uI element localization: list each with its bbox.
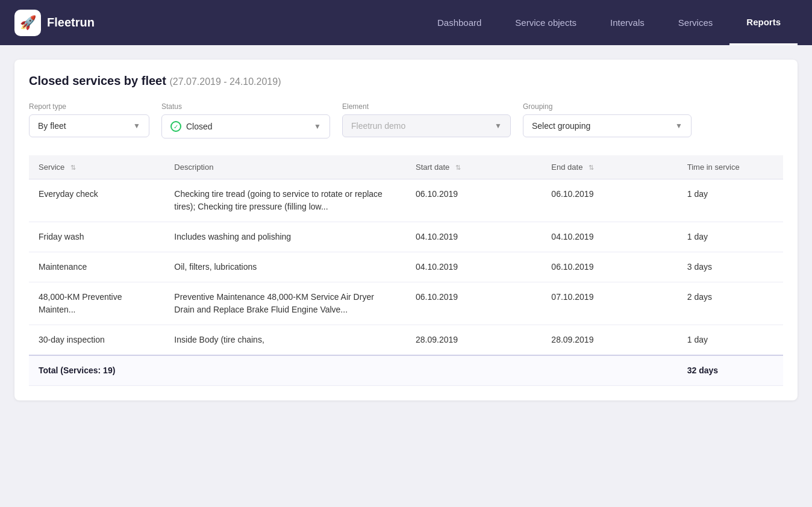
report-type-chevron-icon: ▼ — [133, 122, 140, 130]
nav-dashboard[interactable]: Dashboard — [420, 0, 498, 45]
page-title-text: Closed services by fleet — [29, 74, 166, 87]
cell-startdate: 06.10.2019 — [406, 282, 542, 325]
page-title-date: (27.07.2019 - 24.10.2019) — [169, 76, 281, 87]
cell-time: 3 days — [678, 252, 783, 282]
total-label: Total (Services: 19) — [29, 355, 678, 386]
nav-services[interactable]: Services — [661, 0, 730, 45]
logo-emoji: 🚀 — [20, 15, 36, 31]
startdate-sort-icon[interactable]: ⇅ — [455, 164, 461, 172]
grouping-value: Select grouping — [532, 121, 590, 131]
cell-service: Friday wash — [29, 222, 164, 252]
element-filter: Element Fleetrun demo ▼ — [342, 102, 511, 138]
report-type-filter: Report type By fleet ▼ — [29, 102, 149, 138]
app-name: Fleetrun — [47, 16, 95, 30]
element-select[interactable]: Fleetrun demo ▼ — [342, 114, 511, 137]
col-header-startdate: Start date ⇅ — [406, 155, 542, 179]
grouping-filter: Grouping Select grouping ▼ — [523, 102, 692, 138]
logo: 🚀 Fleetrun — [14, 10, 95, 36]
status-select[interactable]: ✓ Closed ▼ — [161, 114, 330, 138]
cell-description: Checking tire tread (going to service to… — [164, 179, 406, 222]
cell-time: 1 day — [678, 222, 783, 252]
enddate-sort-icon[interactable]: ⇅ — [589, 164, 594, 172]
cell-service: 30-day inspection — [29, 325, 164, 356]
status-filter: Status ✓ Closed ▼ — [161, 102, 330, 138]
header: 🚀 Fleetrun Dashboard Service objects Int… — [0, 0, 812, 45]
nav-reports[interactable]: Reports — [729, 0, 798, 45]
cell-startdate: 28.09.2019 — [406, 325, 542, 356]
services-table: Service ⇅ Description Start date ⇅ End d… — [29, 155, 783, 386]
main-nav: Dashboard Service objects Intervals Serv… — [420, 0, 798, 45]
table-row: Everyday check Checking tire tread (goin… — [29, 179, 783, 222]
cell-service: Everyday check — [29, 179, 164, 222]
cell-enddate: 28.09.2019 — [542, 325, 677, 356]
page-title: Closed services by fleet (27.07.2019 - 2… — [29, 74, 783, 88]
table-row: 30-day inspection Inside Body (tire chai… — [29, 325, 783, 356]
cell-description: Inside Body (tire chains, — [164, 325, 406, 356]
nav-service-objects[interactable]: Service objects — [498, 0, 593, 45]
grouping-chevron-icon: ▼ — [675, 122, 682, 130]
col-header-service: Service ⇅ — [29, 155, 164, 179]
cell-time: 2 days — [678, 282, 783, 325]
cell-service: Maintenance — [29, 252, 164, 282]
report-type-select[interactable]: By fleet ▼ — [29, 114, 149, 137]
element-chevron-icon: ▼ — [495, 122, 502, 130]
col-header-description: Description — [164, 155, 406, 179]
grouping-select[interactable]: Select grouping ▼ — [523, 114, 692, 137]
logo-icon: 🚀 — [14, 10, 41, 36]
cell-enddate: 04.10.2019 — [542, 222, 677, 252]
status-label: Status — [161, 102, 330, 111]
report-type-value: By fleet — [38, 121, 66, 131]
filters-row: Report type By fleet ▼ Status ✓ Closed ▼… — [29, 102, 783, 138]
report-card: Closed services by fleet (27.07.2019 - 2… — [14, 60, 798, 400]
cell-enddate: 06.10.2019 — [542, 179, 677, 222]
total-time: 32 days — [678, 355, 783, 386]
table-header-row: Service ⇅ Description Start date ⇅ End d… — [29, 155, 783, 179]
col-header-time: Time in service — [678, 155, 783, 179]
element-label: Element — [342, 102, 511, 111]
cell-startdate: 06.10.2019 — [406, 179, 542, 222]
table-row: 48,000-KM Preventive Mainten... Preventi… — [29, 282, 783, 325]
cell-description: Oil, filters, lubrications — [164, 252, 406, 282]
cell-startdate: 04.10.2019 — [406, 252, 542, 282]
table-row: Friday wash Includes washing and polishi… — [29, 222, 783, 252]
cell-description: Preventive Maintenance 48,000-KM Service… — [164, 282, 406, 325]
cell-time: 1 day — [678, 179, 783, 222]
main-content: Closed services by fleet (27.07.2019 - 2… — [0, 45, 812, 415]
report-type-label: Report type — [29, 102, 149, 111]
cell-description: Includes washing and polishing — [164, 222, 406, 252]
table-total-row: Total (Services: 19) 32 days — [29, 355, 783, 386]
col-header-enddate: End date ⇅ — [542, 155, 677, 179]
cell-startdate: 04.10.2019 — [406, 222, 542, 252]
element-value: Fleetrun demo — [351, 121, 405, 131]
cell-service: 48,000-KM Preventive Mainten... — [29, 282, 164, 325]
service-sort-icon[interactable]: ⇅ — [70, 164, 76, 172]
cell-enddate: 06.10.2019 — [542, 252, 677, 282]
status-chevron-icon: ▼ — [314, 122, 321, 131]
status-dot-icon: ✓ — [170, 121, 181, 132]
cell-time: 1 day — [678, 325, 783, 356]
nav-intervals[interactable]: Intervals — [593, 0, 661, 45]
grouping-label: Grouping — [523, 102, 692, 111]
table-row: Maintenance Oil, filters, lubrications 0… — [29, 252, 783, 282]
status-value: Closed — [186, 122, 213, 131]
cell-enddate: 07.10.2019 — [542, 282, 677, 325]
